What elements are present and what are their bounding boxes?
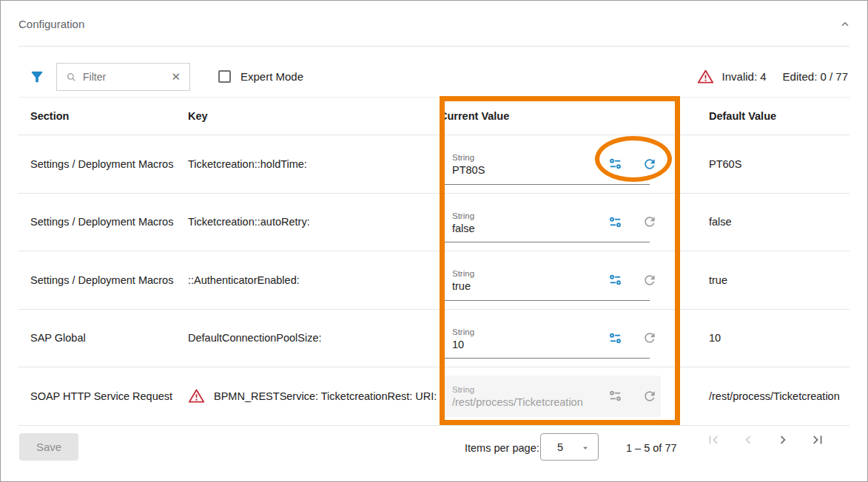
table-row: SAP Global DefaultConnectionPoolSize: St… <box>18 310 850 368</box>
section-cell: SAP Global <box>18 332 188 344</box>
chevron-right-icon <box>775 432 791 448</box>
clear-filter-icon[interactable]: ✕ <box>169 70 182 84</box>
section-cell: SOAP HTTP Service Request <box>18 390 188 402</box>
last-page-button[interactable] <box>810 432 826 448</box>
items-per-page-label: Items per page: <box>465 442 539 454</box>
tune-icon <box>608 273 622 287</box>
tune-button[interactable] <box>608 389 622 404</box>
footer: Save Items per page: 5 1 – 5 of 77 <box>1 425 867 482</box>
chevron-down-icon <box>580 443 591 453</box>
key-text: Ticketcreation::autoRetry: <box>188 216 310 228</box>
value-input: /rest/process/Ticketcreation <box>452 396 608 408</box>
column-header-key: Key <box>188 110 440 122</box>
edited-count: Edited: 0 / 77 <box>783 70 848 83</box>
key-cell: Ticketcreation::autoRetry: <box>188 216 440 228</box>
reset-button[interactable] <box>642 330 657 345</box>
value-type-label: String <box>452 385 608 394</box>
tune-button[interactable] <box>608 214 622 229</box>
value-input[interactable]: PT80S <box>452 164 608 176</box>
current-value-cell: String true <box>440 259 697 301</box>
toolbar: ✕ Expert Mode Invalid: 4 Edited: 0 / 77 <box>18 63 850 91</box>
value-field: String true <box>440 259 661 301</box>
current-value-cell: String /rest/process/Ticketcreation <box>440 376 697 417</box>
default-value-cell: false <box>697 216 850 228</box>
reset-button[interactable] <box>642 214 657 229</box>
key-text: DefaultConnectionPoolSize: <box>188 332 322 344</box>
default-value-cell: /rest/process/Ticketcreation <box>697 390 850 402</box>
key-cell: Ticketcreation::holdTime: <box>188 158 440 170</box>
invalid-count: Invalid: 4 <box>722 70 767 83</box>
tune-icon <box>608 331 622 345</box>
value-type-label: String <box>452 153 608 162</box>
key-cell: DefaultConnectionPoolSize: <box>188 332 440 344</box>
tune-icon <box>608 389 622 403</box>
current-value-cell: String PT80S <box>440 143 697 185</box>
default-value-cell: 10 <box>697 332 850 344</box>
first-page-button[interactable] <box>705 432 721 448</box>
table-header-row: Section Key Current Value Default Value <box>18 97 850 135</box>
filter-funnel-icon[interactable] <box>29 69 45 85</box>
value-field: String false <box>440 201 661 242</box>
key-text: BPMN_RESTService: TicketcreationRest: UR… <box>214 390 437 402</box>
value-type-label: String <box>452 269 608 278</box>
configuration-table: Section Key Current Value Default Value … <box>18 97 850 426</box>
current-value-cell: String false <box>440 201 697 242</box>
reset-button[interactable] <box>642 273 657 288</box>
paginator <box>705 432 826 448</box>
key-cell: BPMN_RESTService: TicketcreationRest: UR… <box>188 388 440 404</box>
section-cell: Settings / Deployment Macros <box>18 274 188 286</box>
page-range-label: 1 – 5 of 77 <box>626 442 677 454</box>
page-size-value: 5 <box>557 441 563 453</box>
expert-mode-label: Expert Mode <box>240 70 303 83</box>
expert-mode-checkbox[interactable] <box>218 70 231 83</box>
column-header-section: Section <box>18 110 188 122</box>
current-value-cell: String 10 <box>440 317 697 359</box>
refresh-icon <box>642 389 657 404</box>
tune-icon <box>608 157 622 171</box>
next-page-button[interactable] <box>775 432 791 448</box>
section-cell: Settings / Deployment Macros <box>18 158 188 170</box>
value-input[interactable]: false <box>452 223 608 234</box>
value-type-label: String <box>452 211 608 220</box>
configuration-panel: { "panel": { "title": "Configuration" },… <box>0 0 868 482</box>
value-input[interactable]: true <box>452 280 608 292</box>
refresh-icon <box>642 157 657 172</box>
tune-button[interactable] <box>608 157 622 172</box>
search-icon <box>66 72 77 83</box>
filter-field: ✕ <box>56 63 190 91</box>
value-type-label: String <box>452 327 608 336</box>
tune-icon <box>608 215 622 229</box>
table-row: SOAP HTTP Service Request BPMN_RESTServi… <box>18 367 850 426</box>
tune-button[interactable] <box>608 330 622 345</box>
header-divider <box>18 46 850 47</box>
key-cell: ::AuthenticatorEnabled: <box>188 274 440 286</box>
chevron-left-icon <box>740 432 756 448</box>
key-text: Ticketcreation::holdTime: <box>188 158 307 170</box>
default-value-cell: PT60S <box>697 158 850 170</box>
warning-icon <box>697 69 714 84</box>
column-header-default-value: Default Value <box>697 110 850 122</box>
refresh-icon <box>642 330 657 345</box>
tune-button[interactable] <box>608 273 622 288</box>
table-body: Settings / Deployment Macros Ticketcreat… <box>18 135 850 426</box>
column-header-current-value: Current Value <box>440 110 697 122</box>
table-row: Settings / Deployment Macros Ticketcreat… <box>18 135 850 194</box>
page-size-select[interactable]: 5 <box>540 433 599 461</box>
refresh-icon <box>642 273 657 288</box>
collapse-panel-button[interactable] <box>835 14 855 35</box>
first-page-icon <box>705 432 721 448</box>
default-value-cell: true <box>697 274 850 286</box>
page-title: Configuration <box>18 18 84 30</box>
refresh-icon <box>642 214 657 229</box>
filter-input[interactable] <box>83 71 169 83</box>
invalid-warning-icon <box>188 388 205 404</box>
chevron-up-icon <box>839 18 851 30</box>
value-input[interactable]: 10 <box>452 339 608 350</box>
reset-button[interactable] <box>642 157 657 172</box>
save-button[interactable]: Save <box>19 433 78 461</box>
table-row: Settings / Deployment Macros Ticketcreat… <box>18 194 850 252</box>
value-field: String 10 <box>440 317 661 359</box>
key-text: ::AuthenticatorEnabled: <box>188 274 300 286</box>
previous-page-button[interactable] <box>740 432 756 448</box>
reset-button[interactable] <box>642 389 657 404</box>
